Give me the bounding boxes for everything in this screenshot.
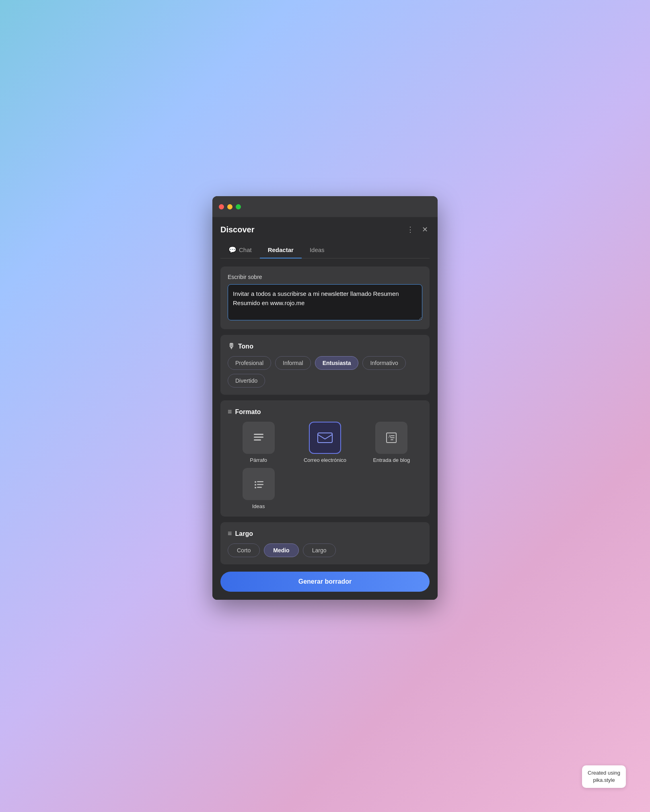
tab-chat[interactable]: 💬 Chat <box>220 242 260 258</box>
format-icon: ≡ <box>228 408 232 416</box>
tone-profesional[interactable]: Profesional <box>228 356 271 370</box>
format-section: ≡ Formato Párrafo <box>220 400 430 517</box>
length-icon: ≡ <box>228 529 232 538</box>
write-about-input[interactable]: Invitar a todos a suscribirse a mi newsl… <box>228 284 422 320</box>
tone-icon: 🎙 <box>228 342 235 351</box>
format-correo[interactable]: Correo electrónico <box>294 422 356 463</box>
format-ideas[interactable]: Ideas <box>228 468 289 509</box>
header-actions: ⋮ ✕ <box>405 224 430 236</box>
more-options-button[interactable]: ⋮ <box>405 224 416 236</box>
svg-point-11 <box>255 484 256 486</box>
format-grid: Párrafo Correo electrónico <box>228 422 422 509</box>
length-corto[interactable]: Corto <box>228 543 260 557</box>
format-blog[interactable]: A Entrada de blog <box>361 422 422 463</box>
svg-point-9 <box>255 481 256 483</box>
svg-rect-0 <box>254 434 263 435</box>
app-window: Discover ⋮ ✕ 💬 Chat Redactar Ideas Escri… <box>212 196 438 600</box>
svg-rect-12 <box>257 484 263 485</box>
generate-button[interactable]: Generar borrador <box>220 572 430 592</box>
length-buttons: Corto Medio Largo <box>228 543 422 557</box>
format-parrafo[interactable]: Párrafo <box>228 422 289 463</box>
svg-point-13 <box>255 487 256 488</box>
tone-section: 🎙 Tono Profesional Informal Entusiasta I… <box>220 335 430 395</box>
length-section: ≡ Largo Corto Medio Largo <box>220 522 430 564</box>
chat-tab-icon: 💬 <box>228 246 237 254</box>
pika-line1: Created using <box>588 770 620 776</box>
svg-rect-14 <box>257 487 262 488</box>
main-content: Escribir sobre Invitar a todos a suscrib… <box>212 258 438 600</box>
pika-badge: Created using pika.style <box>582 765 626 788</box>
tone-informativo[interactable]: Informativo <box>362 356 405 370</box>
tone-informal[interactable]: Informal <box>275 356 311 370</box>
tab-ideas[interactable]: Ideas <box>302 242 333 258</box>
svg-rect-6 <box>391 435 395 436</box>
app-header: Discover ⋮ ✕ 💬 Chat Redactar Ideas <box>212 217 438 258</box>
write-about-section: Escribir sobre Invitar a todos a suscrib… <box>220 267 430 329</box>
format-blog-icon: A <box>375 422 407 454</box>
tone-title: Tono <box>238 343 253 350</box>
close-button[interactable] <box>219 204 224 209</box>
write-about-label: Escribir sobre <box>228 274 422 280</box>
tone-buttons: Profesional Informal Entusiasta Informat… <box>228 356 422 388</box>
format-ideas-label: Ideas <box>252 503 265 509</box>
format-parrafo-icon <box>243 422 275 454</box>
format-title: Formato <box>235 408 261 416</box>
svg-rect-1 <box>254 437 263 438</box>
svg-rect-8 <box>391 439 393 440</box>
minimize-button[interactable] <box>227 204 232 209</box>
length-title: Largo <box>235 530 253 537</box>
length-largo[interactable]: Largo <box>303 543 336 557</box>
close-icon[interactable]: ✕ <box>420 224 430 236</box>
tone-entusiasta[interactable]: Entusiasta <box>315 356 359 370</box>
tab-redactar[interactable]: Redactar <box>260 242 302 258</box>
tone-divertido[interactable]: Divertido <box>228 374 265 388</box>
pika-line2: pika.style <box>593 777 615 783</box>
app-title: Discover <box>220 225 255 234</box>
tab-bar: 💬 Chat Redactar Ideas <box>220 242 430 258</box>
format-correo-icon <box>309 422 341 454</box>
format-correo-label: Correo electrónico <box>304 457 346 463</box>
format-parrafo-label: Párrafo <box>250 457 267 463</box>
svg-rect-3 <box>318 433 332 443</box>
svg-rect-7 <box>391 437 395 438</box>
format-ideas-icon <box>243 468 275 500</box>
length-medio[interactable]: Medio <box>264 543 298 557</box>
svg-rect-10 <box>257 481 263 482</box>
title-bar <box>212 196 438 217</box>
maximize-button[interactable] <box>236 204 241 209</box>
format-blog-label: Entrada de blog <box>373 457 410 463</box>
svg-rect-2 <box>254 439 261 441</box>
